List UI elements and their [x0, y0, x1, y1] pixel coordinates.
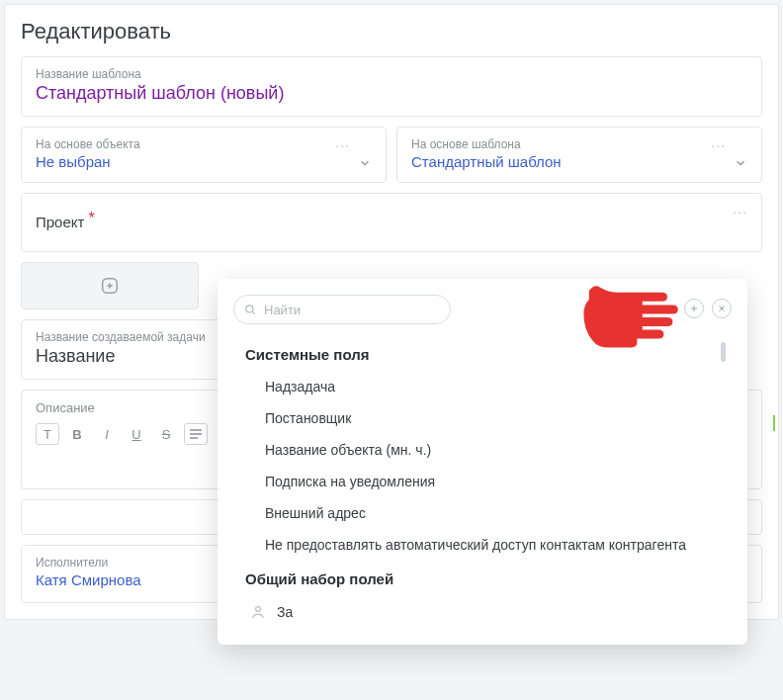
rte-bold-button[interactable]: B [65, 423, 89, 445]
field-option[interactable]: Не предоставлять автоматический доступ к… [233, 529, 732, 561]
group-title-system: Системные поля [245, 346, 732, 363]
field-option[interactable]: Подписка на уведомления [233, 466, 732, 497]
field-option-label: За [277, 604, 293, 620]
rte-align-button[interactable] [184, 423, 208, 445]
base-template-value: Стандартный шаблон [411, 153, 747, 170]
field-option[interactable]: Надзадача [233, 371, 732, 402]
base-object-value: Не выбран [36, 153, 372, 170]
popover-close-button[interactable] [712, 299, 732, 318]
template-name-label: Название шаблона [36, 67, 747, 81]
base-object-field[interactable]: ··· На основе объекта Не выбран [21, 127, 387, 183]
rte-strike-button[interactable]: S [154, 423, 178, 445]
popover-scroll[interactable]: Системные поля Надзадача Постановщик Наз… [233, 336, 732, 643]
chevron-down-icon[interactable] [358, 156, 372, 170]
base-template-field[interactable]: ··· На основе шаблона Стандартный шаблон [396, 127, 762, 183]
accent-sliver [773, 415, 775, 431]
base-template-label: На основе шаблона [411, 137, 747, 151]
search-icon [243, 303, 257, 316]
rte-text-button[interactable]: T [36, 423, 59, 445]
more-icon[interactable]: ··· [711, 137, 726, 153]
page-title: Редактировать [21, 19, 762, 44]
template-name-value: Стандартный шаблон (новый) [36, 83, 747, 104]
group-title-common: Общий набор полей [245, 570, 732, 587]
rte-italic-button[interactable]: I [95, 423, 119, 445]
rte-underline-button[interactable]: U [125, 423, 148, 445]
project-field[interactable]: ··· Проект* [21, 193, 762, 252]
svg-point-2 [246, 306, 253, 312]
required-star-icon: * [88, 210, 94, 226]
add-field-tile[interactable] [21, 262, 199, 309]
field-option[interactable]: Внешний адрес [233, 497, 732, 529]
search-input[interactable] [233, 295, 451, 324]
more-icon[interactable]: ··· [733, 204, 747, 219]
field-option-user[interactable]: За [233, 595, 732, 629]
base-object-label: На основе объекта [36, 137, 372, 151]
field-option[interactable]: Название объекта (мн. ч.) [233, 434, 732, 466]
field-picker-popover: Системные поля Надзадача Постановщик Наз… [218, 279, 747, 645]
svg-point-3 [256, 607, 261, 612]
template-name-field[interactable]: Название шаблона Стандартный шаблон (нов… [21, 56, 762, 117]
chevron-down-icon[interactable] [734, 156, 747, 170]
person-icon [249, 603, 267, 621]
project-label: Проект [36, 214, 84, 230]
more-icon[interactable]: ··· [335, 137, 350, 153]
popover-add-button[interactable] [684, 299, 704, 318]
scrollbar-thumb[interactable] [721, 342, 726, 362]
field-option[interactable]: Постановщик [233, 402, 732, 434]
